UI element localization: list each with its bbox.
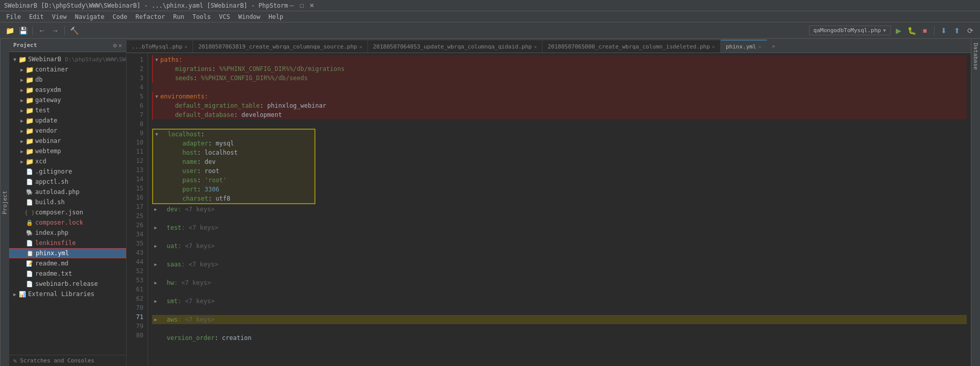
tab-close-create-source[interactable]: ✕ — [359, 44, 362, 50]
arrow — [18, 199, 26, 206]
minimize-button[interactable]: ─ — [288, 2, 295, 9]
debug-button[interactable]: 🐛 — [906, 25, 917, 36]
tab-close-phinx[interactable]: ✕ — [758, 44, 762, 50]
tree-item-readme-md[interactable]: 📝 readme.md — [9, 258, 126, 269]
folder-icon: 📁 — [26, 147, 34, 155]
label: update — [35, 117, 57, 124]
run-config-selector[interactable]: qaMongodbToMysql.php ▼ — [809, 26, 891, 35]
tree-item-index[interactable]: 🐘 index.php — [9, 228, 126, 238]
menu-item-code[interactable]: Code — [109, 12, 132, 21]
toolbar-save-button[interactable]: 💾 — [17, 25, 29, 36]
fold-62[interactable]: ▶ — [152, 298, 159, 305]
tree-item-vendor[interactable]: ▶ 📁 vendor — [9, 126, 126, 136]
database-tab[interactable]: Database — [971, 39, 980, 74]
tab-create-source[interactable]: 20180507063819_create_wbrqa_columnqa_sou… — [193, 40, 368, 53]
line-num-5: 5 — [127, 92, 143, 101]
tree-item-phinx[interactable]: 📋 phinx.yml — [9, 248, 126, 258]
line-num-62: 62 — [127, 294, 143, 303]
stop-button[interactable]: ■ — [919, 25, 930, 36]
run-button[interactable]: ▶ — [893, 25, 904, 36]
file-icon: 📄 — [26, 167, 34, 176]
tree-item-update[interactable]: ▶ 📁 update — [9, 115, 126, 126]
scratches-label[interactable]: Scratches and Consoles — [20, 357, 94, 364]
toolbar-open-button[interactable]: 📁 — [4, 25, 15, 36]
arrow — [18, 280, 26, 287]
tab-close-update-qidaid[interactable]: ✕ — [534, 44, 537, 50]
code-area[interactable]: ▼ paths: migrations : %%PHINX_CONFIG_DIR… — [148, 53, 971, 366]
fold-17[interactable]: ▶ — [152, 206, 159, 213]
tree-item-root[interactable]: ▼ 📁 SWebinarB D:\phpStudy\WWW\SWebinarB — [9, 54, 126, 64]
close-button[interactable]: ✕ — [308, 2, 315, 9]
arrow — [18, 178, 26, 185]
line-num-34: 34 — [127, 230, 143, 239]
fold-71[interactable]: ▶ — [152, 316, 159, 323]
vcs-history-button[interactable]: ⟳ — [965, 25, 976, 36]
vcs-commit-button[interactable]: ⬆ — [951, 25, 963, 36]
menu-item-window[interactable]: Window — [234, 12, 264, 21]
toolbar-forward-button[interactable]: → — [50, 25, 61, 36]
tab-more-button[interactable]: » — [768, 40, 779, 53]
tab-btomysql[interactable]: ...bToMysql.php ✕ — [127, 40, 193, 53]
toolbar-build-button[interactable]: 🔨 — [68, 25, 80, 36]
sidebar-settings-icon[interactable]: ⚙ — [113, 42, 117, 49]
code-line-14: pass : 'root' — [153, 176, 314, 185]
line-num-53: 53 — [127, 276, 143, 285]
tree-item-build[interactable]: 📄 build.sh — [9, 197, 126, 207]
tab-phinx[interactable]: phinx.yml ✕ — [721, 40, 767, 53]
tree-item-composer-lock[interactable]: 🔒 composer.lock — [9, 217, 126, 228]
tab-update-qidaid[interactable]: 20180507064053_update_wbrqa_columnqa_qid… — [368, 40, 543, 53]
menu-item-navigate[interactable]: Navigate — [71, 12, 109, 21]
code-line-2: migrations : %%PHINX_CONFIG_DIR%%/db/mig… — [152, 64, 967, 74]
code-line-11: host : localhost — [153, 148, 314, 157]
line-num-61: 61 — [127, 285, 143, 294]
line-num-14: 14 — [127, 175, 143, 184]
tree-item-composer-json[interactable]: { } composer.json — [9, 207, 126, 217]
vcs-update-button[interactable]: ⬇ — [938, 25, 949, 36]
tree-item-gateway[interactable]: ▶ 📁 gateway — [9, 95, 126, 105]
tree-item-autoload[interactable]: 🐘 autoload.php — [9, 187, 126, 197]
tree-item-external-libs[interactable]: ▶ 📊 External Libraries — [9, 289, 126, 299]
project-tab-vertical[interactable]: Project — [0, 39, 9, 366]
tree-item-xcd[interactable]: ▶ 📁 xcd — [9, 156, 126, 166]
menu-item-file[interactable]: File — [2, 12, 25, 21]
code-line-17: ▶ dev : <7 keys> — [152, 205, 967, 214]
label: readme.txt — [35, 270, 72, 277]
fold-26[interactable]: ▶ — [152, 224, 159, 231]
tree-item-db[interactable]: ▶ 📁 db — [9, 75, 126, 85]
tree-item-webinar[interactable]: ▶ 📁 webinar — [9, 136, 126, 146]
label: xcd — [35, 158, 46, 165]
menu-item-run[interactable]: Run — [169, 12, 188, 21]
file-icon: 📄 — [26, 178, 34, 186]
tree-item-webtemp[interactable]: ▶ 📁 webtemp — [9, 146, 126, 156]
menu-item-view[interactable]: View — [48, 12, 71, 21]
tree-item-swebinarb-release[interactable]: 📄 swebinarb.release — [9, 279, 126, 289]
menu-item-refactor[interactable]: Refactor — [131, 12, 169, 21]
label: container — [35, 66, 68, 73]
menu-item-tools[interactable]: Tools — [188, 12, 215, 21]
toolbar-back-button[interactable]: ← — [36, 25, 47, 36]
fold-44[interactable]: ▶ — [152, 261, 159, 268]
tree-item-easyxdm[interactable]: ▶ 📁 easyxdm — [9, 85, 126, 95]
line-numbers: 1 2 3 4 5 6 7 8 9 10 11 12 13 14 15 16 1… — [127, 53, 148, 366]
tab-close-btomysql[interactable]: ✕ — [184, 44, 187, 50]
tab-close-create-isdeleted[interactable]: ✕ — [712, 44, 715, 50]
tree-item-appctl[interactable]: 📄 appctl.sh — [9, 177, 126, 187]
tree-item-test[interactable]: ▶ 📁 test — [9, 105, 126, 115]
fold-53[interactable]: ▶ — [152, 279, 159, 286]
fold-5[interactable]: ▼ — [153, 93, 160, 100]
menu-item-vcs[interactable]: VCS — [215, 12, 234, 21]
fold-35[interactable]: ▶ — [152, 242, 159, 250]
menu-item-edit[interactable]: Edit — [25, 12, 48, 21]
tree-item-container[interactable]: ▶ 📁 container — [9, 64, 126, 75]
maximize-button[interactable]: □ — [298, 2, 305, 9]
arrow: ▶ — [18, 96, 26, 104]
file-icon: 🔒 — [26, 218, 34, 227]
fold-9[interactable]: ▼ — [153, 131, 160, 138]
tab-create-isdeleted[interactable]: 20180507065000_create_wbrqa_column_isdel… — [543, 40, 721, 53]
tree-item-jenkinsfile[interactable]: 📄 lenkinsfile — [9, 238, 126, 248]
tree-item-gitignore[interactable]: 📄 .gitignore — [9, 166, 126, 177]
menu-item-help[interactable]: Help — [264, 12, 287, 21]
sidebar-close-icon[interactable]: ✕ — [118, 42, 122, 49]
fold-1[interactable]: ▼ — [153, 56, 160, 63]
tree-item-readme-txt[interactable]: 📄 readme.txt — [9, 269, 126, 279]
